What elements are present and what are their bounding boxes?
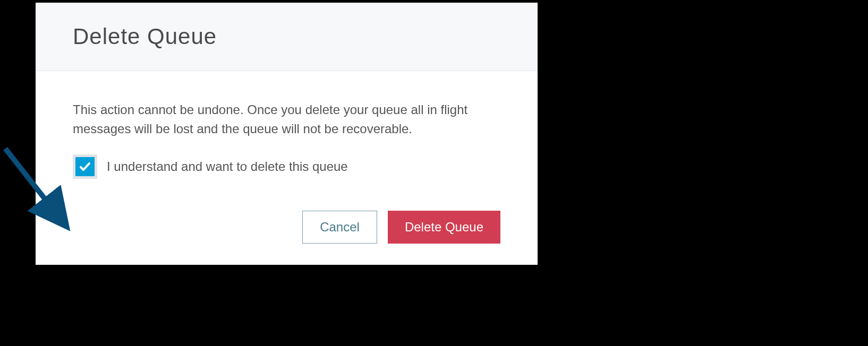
delete-queue-dialog: Delete Queue This action cannot be undon… [36,3,538,265]
confirm-label: I understand and want to delete this que… [107,159,348,174]
dialog-footer: Cancel Delete Queue [36,195,538,265]
checkmark-icon [75,157,95,176]
confirm-checkbox[interactable] [73,154,97,179]
dialog-title: Delete Queue [73,24,500,49]
dialog-body: This action cannot be undone. Once you d… [36,71,538,195]
dialog-header: Delete Queue [36,3,538,71]
confirm-row: I understand and want to delete this que… [73,154,500,179]
delete-queue-button[interactable]: Delete Queue [388,211,500,244]
cancel-button[interactable]: Cancel [302,211,377,244]
warning-text: This action cannot be undone. Once you d… [73,100,500,139]
